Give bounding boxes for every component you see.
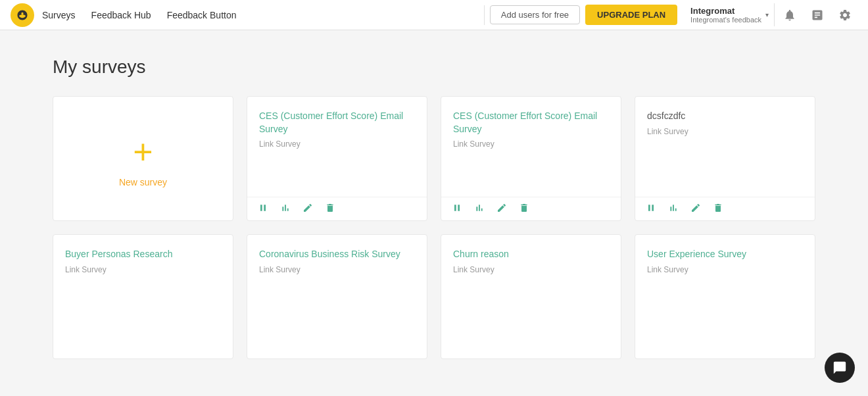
account-selector[interactable]: Integromat Integromat's feedback ▾ (685, 3, 775, 26)
card-type-1: Link Survey (453, 139, 494, 149)
chart-icon-2[interactable] (668, 203, 679, 215)
nav-surveys[interactable]: Surveys (42, 10, 76, 20)
chart-icon-1[interactable] (474, 203, 485, 215)
notifications-button[interactable] (777, 3, 802, 28)
card-title-row2-2[interactable]: Churn reason (453, 248, 509, 261)
new-survey-card[interactable]: + New survey (53, 96, 233, 221)
pause-icon-1[interactable] (452, 203, 462, 215)
trash-icon-0[interactable] (325, 203, 335, 215)
pages-button[interactable] (805, 3, 830, 28)
chat-bubble-button[interactable] (825, 353, 855, 383)
edit-icon-1[interactable] (496, 203, 507, 215)
nav-links: Surveys Feedback Hub Feedback Button (42, 10, 479, 20)
nav-feedback-hub[interactable]: Feedback Hub (91, 10, 151, 20)
card-body-2: dcsfczdfc Link Survey (635, 97, 815, 197)
pause-icon-2[interactable] (646, 203, 656, 215)
card-body-row2-2: Churn reason Link Survey (441, 235, 621, 359)
trash-icon-2[interactable] (713, 203, 723, 215)
logo[interactable] (11, 3, 34, 27)
survey-card-1: CES (Customer Effort Score) Email Survey… (441, 96, 621, 221)
nav-divider (484, 5, 485, 25)
survey-card-row2-2: Churn reason Link Survey (441, 234, 621, 359)
plus-icon: + (133, 135, 153, 169)
card-type-2: Link Survey (647, 127, 688, 136)
card-title-row2-1[interactable]: Coronavirus Business Risk Survey (259, 248, 400, 261)
card-type-row2-3: Link Survey (647, 265, 688, 274)
card-body-0: CES (Customer Effort Score) Email Survey… (247, 97, 427, 197)
survey-card-row2-3: User Experience Survey Link Survey (635, 234, 815, 359)
card-title-1[interactable]: CES (Customer Effort Score) Email Survey (453, 110, 609, 136)
add-users-button[interactable]: Add users for free (490, 5, 580, 24)
card-footer-1 (441, 197, 621, 220)
trash-icon-1[interactable] (519, 203, 529, 215)
account-sub: Integromat's feedback (690, 16, 761, 24)
card-footer-2 (635, 197, 815, 220)
survey-card-row2-1: Coronavirus Business Risk Survey Link Su… (247, 234, 427, 359)
card-footer-0 (247, 197, 427, 220)
new-survey-label: New survey (119, 177, 167, 187)
card-title-0[interactable]: CES (Customer Effort Score) Email Survey (259, 110, 415, 136)
edit-icon-2[interactable] (690, 203, 701, 215)
card-body-row2-3: User Experience Survey Link Survey (635, 235, 815, 359)
new-survey-body: + New survey (53, 97, 233, 220)
settings-button[interactable] (832, 3, 857, 28)
edit-icon-0[interactable] (302, 203, 313, 215)
card-body-1: CES (Customer Effort Score) Email Survey… (441, 97, 621, 197)
pause-icon-0[interactable] (258, 203, 268, 215)
nav-feedback-button[interactable]: Feedback Button (167, 10, 237, 20)
card-body-row2-0: Buyer Personas Research Link Survey (53, 235, 233, 359)
card-body-row2-1: Coronavirus Business Risk Survey Link Su… (247, 235, 427, 359)
card-type-0: Link Survey (259, 139, 301, 149)
card-type-row2-2: Link Survey (453, 265, 494, 274)
main-content: My surveys + New survey CES (Customer Ef… (26, 30, 842, 385)
card-title-2[interactable]: dcsfczdfc (647, 110, 685, 123)
page-title: My surveys (53, 57, 815, 78)
upgrade-plan-button[interactable]: UPGRADE PLAN (585, 5, 677, 25)
chart-icon-0[interactable] (280, 203, 291, 215)
card-title-row2-3[interactable]: User Experience Survey (647, 248, 746, 261)
card-type-row2-1: Link Survey (259, 265, 301, 274)
card-title-row2-0[interactable]: Buyer Personas Research (65, 248, 172, 261)
account-name: Integromat (690, 6, 761, 16)
chevron-down-icon: ▾ (765, 11, 769, 18)
navbar-right: Integromat Integromat's feedback ▾ (685, 3, 857, 28)
survey-card-2: dcsfczdfc Link Survey (635, 96, 815, 221)
survey-card-0: CES (Customer Effort Score) Email Survey… (247, 96, 427, 221)
survey-grid: + New survey CES (Customer Effort Score)… (53, 96, 815, 359)
card-type-row2-0: Link Survey (65, 265, 107, 274)
survey-card-row2-0: Buyer Personas Research Link Survey (53, 234, 233, 359)
navbar: Surveys Feedback Hub Feedback Button Add… (0, 0, 868, 30)
